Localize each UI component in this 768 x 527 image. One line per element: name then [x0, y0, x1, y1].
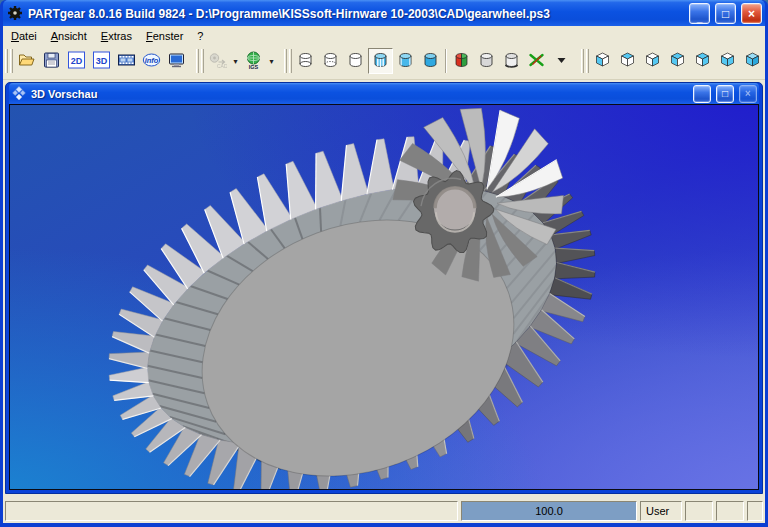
view-2d-button[interactable]: 2D	[64, 48, 89, 74]
minimize-button[interactable]: _	[689, 3, 710, 24]
toolbar-grip[interactable]	[284, 49, 287, 73]
menu-ansicht[interactable]: Ansicht	[44, 28, 94, 44]
toolbar-grip[interactable]	[586, 49, 589, 73]
cube-view-5-icon	[693, 51, 712, 71]
svg-text:3D: 3D	[96, 56, 108, 66]
cylinder-outline-icon	[346, 51, 365, 71]
view-iso-4-button[interactable]	[665, 48, 690, 74]
view-group	[580, 48, 768, 74]
cad-export-button: CAD	[205, 48, 230, 74]
status-message-panel	[5, 501, 458, 521]
view-iso-7-button[interactable]	[740, 48, 765, 74]
outline-button[interactable]	[343, 48, 368, 74]
status-extra-panel	[716, 501, 744, 521]
cylinder-dotted-icon	[321, 51, 340, 71]
view-iso-3-button[interactable]	[640, 48, 665, 74]
viewport-3d[interactable]	[9, 104, 759, 490]
2d-icon: 2D	[67, 51, 86, 71]
application-window: PARTgear 8.0.16 Build 9824 - D:\Programm…	[0, 0, 768, 527]
gear-3d-scene[interactable]	[10, 105, 758, 489]
cube-view-3-icon	[643, 51, 662, 71]
shaded-edges-button[interactable]	[393, 48, 418, 74]
menu-fenster[interactable]: Fenster	[139, 28, 190, 44]
view-iso-1-button[interactable]	[590, 48, 615, 74]
cylinder-redgreen-icon	[452, 51, 471, 71]
hidden-lines-dotted-button[interactable]	[318, 48, 343, 74]
cube-view-7-icon	[743, 51, 762, 71]
display-settings-button[interactable]	[164, 48, 189, 74]
view-3d-button[interactable]: 3D	[89, 48, 114, 74]
delete-x-icon	[527, 51, 546, 71]
status-bar: 100.0 User	[3, 497, 765, 523]
cylinder-gray-icon	[477, 51, 496, 71]
zoom-progress-bar: 100.0	[461, 501, 637, 521]
preview-title-bar[interactable]: 3D Vorschau _ □ ×	[9, 83, 759, 104]
info-icon: info	[142, 51, 161, 71]
toolbar-grip[interactable]	[10, 49, 13, 73]
close-button[interactable]: ×	[741, 3, 762, 24]
user-mode-panel: User	[640, 501, 682, 521]
toolbar-separator	[445, 49, 447, 73]
preview-window-icon	[12, 86, 26, 102]
open-folder-icon	[17, 51, 36, 71]
status-extra-panel	[747, 501, 763, 521]
toolbar-grip[interactable]	[289, 49, 292, 73]
menu-hilfe[interactable]: ?	[190, 28, 210, 44]
monitor-icon	[167, 51, 186, 71]
two-tone-button[interactable]	[449, 48, 474, 74]
iges-export-button[interactable]: IGS	[241, 48, 266, 74]
menu-extras[interactable]: Extras	[94, 28, 139, 44]
unshaded-button[interactable]	[474, 48, 499, 74]
iges-globe-icon: IGS	[244, 51, 263, 71]
cube-view-6-icon	[718, 51, 737, 71]
cylinder-edges-icon	[396, 51, 415, 71]
shaded-striped-button[interactable]	[368, 48, 393, 74]
filmstrip-icon	[117, 51, 136, 71]
mdi-workspace: 3D Vorschau _ □ ×	[3, 80, 765, 497]
title-bar[interactable]: PARTgear 8.0.16 Build 9824 - D:\Programm…	[3, 0, 765, 26]
cylinder-solid-icon	[421, 51, 440, 71]
delete-marks-button[interactable]	[524, 48, 549, 74]
cube-view-4-icon	[668, 51, 687, 71]
render-options-dropdown[interactable]	[549, 48, 574, 74]
preview-maximize-button[interactable]: □	[716, 85, 734, 103]
iges-export-button-dropdown[interactable]: ▾	[266, 48, 277, 74]
cylinder-shadow-icon	[502, 51, 521, 71]
export-group: CAD▾IGS▾	[195, 48, 277, 74]
toolbar-grip[interactable]	[5, 49, 8, 73]
preview-window-title: 3D Vorschau	[31, 88, 688, 100]
menu-bar: DateiAnsichtExtrasFenster?	[3, 26, 765, 45]
shaded-solid-button[interactable]	[418, 48, 443, 74]
toolbar-grip[interactable]	[201, 49, 204, 73]
3d-icon: 3D	[92, 51, 111, 71]
file-group: 2D3Dinfo	[4, 48, 189, 74]
save-icon	[42, 51, 61, 71]
open-file-button[interactable]	[14, 48, 39, 74]
preview-window: 3D Vorschau _ □ ×	[5, 82, 763, 494]
view-iso-2-button[interactable]	[615, 48, 640, 74]
maximize-button[interactable]: □	[715, 3, 736, 24]
save-button[interactable]	[39, 48, 64, 74]
status-extra-panel	[685, 501, 713, 521]
svg-text:2D: 2D	[71, 56, 83, 66]
cad-export-button-dropdown[interactable]: ▾	[230, 48, 241, 74]
menu-datei[interactable]: Datei	[4, 28, 44, 44]
cube-view-2-icon	[618, 51, 637, 71]
view-iso-5-button[interactable]	[690, 48, 715, 74]
toolbar-grip[interactable]	[581, 49, 584, 73]
svg-text:info: info	[145, 56, 159, 65]
toolbar-grip[interactable]	[196, 49, 199, 73]
dropdown-arrow-icon	[552, 51, 571, 71]
window-title: PARTgear 8.0.16 Build 9824 - D:\Programm…	[28, 7, 684, 21]
preview-close-button: ×	[739, 85, 757, 103]
info-button[interactable]: info	[139, 48, 164, 74]
wireframe-button[interactable]	[293, 48, 318, 74]
ground-shadow-button[interactable]	[499, 48, 524, 74]
preview-minimize-button[interactable]: _	[693, 85, 711, 103]
app-gear-icon	[7, 5, 23, 23]
view-iso-6-button[interactable]	[715, 48, 740, 74]
animation-button[interactable]	[114, 48, 139, 74]
zoom-level-value: 100.0	[535, 505, 563, 517]
svg-text:CAD: CAD	[217, 63, 227, 69]
cube-view-1-icon	[593, 51, 612, 71]
